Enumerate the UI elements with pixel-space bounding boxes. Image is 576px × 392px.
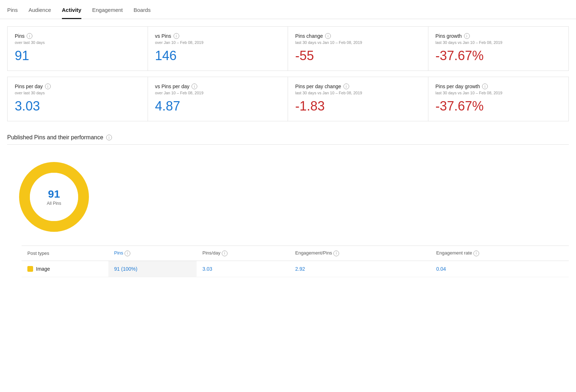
metric-card-pins-per-day-growth: Pins per day growthilast 30 days vs Jan … [428, 77, 569, 121]
metric-subtitle-pins: over last 30 days [15, 40, 140, 45]
metric-subtitle-pins-growth: last 30 days vs Jan 10 – Feb 08, 2019 [436, 40, 562, 45]
metric-value-pins-per-day-growth: -37.67% [436, 99, 562, 114]
metric-subtitle-pins-per-day-change: last 30 days vs Jan 10 – Feb 08, 2019 [295, 91, 421, 95]
table-header-info-pins-day[interactable]: i [222, 251, 228, 256]
metric-value-pins-per-day-change: -1.83 [295, 99, 421, 114]
metric-info-icon-pins-change[interactable]: i [325, 33, 331, 39]
section-title: Published Pins and their performance [7, 134, 103, 141]
cell-pins: 91 (100%) [108, 261, 197, 277]
nav-tab-audience[interactable]: Audience [28, 0, 51, 19]
nav-tab-engagement[interactable]: Engagement [92, 0, 123, 19]
metric-subtitle-vs-pins-per-day: over Jan 10 – Feb 08, 2019 [155, 91, 281, 95]
metric-value-pins-change: -55 [295, 48, 421, 63]
table-header-engagement-rate: Engagement rate i [431, 246, 569, 261]
table-body: Image91 (100%)3.032.920.04 [22, 261, 569, 277]
cell-pins-day: 3.03 [197, 261, 289, 277]
metric-title-pins-per-day-growth: Pins per day growthi [436, 84, 562, 89]
table-header-pins-day: Pins/day i [197, 246, 289, 261]
metric-title-text-vs-pins-per-day: vs Pins per day [155, 84, 190, 89]
chart-area: 91 All Pins [7, 145, 569, 245]
table-wrapper: Post typesPins iPins/day iEngagement/Pin… [7, 245, 569, 277]
donut-center: 91 All Pins [47, 188, 61, 206]
metric-title-text-pins-per-day-change: Pins per day change [295, 84, 341, 89]
metric-info-icon-pins[interactable]: i [27, 33, 32, 39]
metric-title-pins: Pinsi [15, 33, 140, 39]
table-header-info-engagement-rate[interactable]: i [473, 251, 479, 256]
metric-title-text-pins-change: Pins change [295, 33, 323, 39]
metric-title-text-pins-per-day: Pins per day [15, 84, 43, 89]
cell-engagement-pins: 2.92 [289, 261, 431, 277]
metric-value-pins-growth: -37.67% [436, 48, 562, 63]
section-info-icon[interactable]: i [106, 135, 112, 140]
pins-table: Post typesPins iPins/day iEngagement/Pin… [22, 245, 569, 277]
type-color-dot [27, 266, 33, 272]
cell-engagement-rate: 0.04 [431, 261, 569, 277]
metric-title-text-vs-pins: vs Pins [155, 33, 171, 39]
donut-chart: 91 All Pins [14, 157, 94, 236]
metric-title-text-pins: Pins [15, 33, 24, 39]
published-section: Published Pins and their performance i 9… [0, 127, 576, 277]
metric-info-icon-vs-pins[interactable]: i [174, 33, 179, 39]
metric-value-pins: 91 [15, 48, 140, 63]
nav-tabs: PinsAudienceActivityEngagementBoards [0, 0, 576, 19]
metric-title-pins-per-day-change: Pins per day changei [295, 84, 421, 89]
nav-tab-boards[interactable]: Boards [134, 0, 151, 19]
metric-info-icon-vs-pins-per-day[interactable]: i [192, 84, 197, 89]
metric-info-icon-pins-per-day-growth[interactable]: i [482, 84, 488, 89]
metric-subtitle-pins-per-day: over last 30 days [15, 91, 140, 95]
metric-info-icon-pins-per-day-change[interactable]: i [343, 84, 349, 89]
metrics-row2: Pins per dayiover last 30 days3.03vs Pin… [7, 77, 569, 121]
metric-info-icon-pins-per-day[interactable]: i [45, 84, 51, 89]
metric-value-vs-pins-per-day: 4.87 [155, 99, 281, 114]
metric-subtitle-vs-pins: over Jan 10 – Feb 08, 2019 [155, 40, 281, 45]
metric-value-vs-pins: 146 [155, 48, 281, 63]
metric-title-text-pins-per-day-growth: Pins per day growth [436, 84, 480, 89]
metrics-row1: Pinsiover last 30 days91vs Pinsiover Jan… [7, 26, 569, 71]
table-header-post-types: Post types [22, 246, 108, 261]
metric-card-pins-per-day-change: Pins per day changeilast 30 days vs Jan … [288, 77, 428, 121]
metric-card-pins-change: Pins changeilast 30 days vs Jan 10 – Feb… [288, 27, 428, 71]
cell-type: Image [22, 261, 108, 277]
metric-info-icon-pins-growth[interactable]: i [464, 33, 470, 39]
table-row: Image91 (100%)3.032.920.04 [22, 261, 569, 277]
metric-subtitle-pins-per-day-growth: last 30 days vs Jan 10 – Feb 08, 2019 [436, 91, 562, 95]
metric-value-pins-per-day: 3.03 [15, 99, 140, 114]
metric-card-pins-per-day: Pins per dayiover last 30 days3.03 [8, 77, 148, 121]
metric-card-vs-pins: vs Pinsiover Jan 10 – Feb 08, 2019146 [148, 27, 288, 71]
nav-tab-pins[interactable]: Pins [7, 0, 18, 19]
metric-card-pins: Pinsiover last 30 days91 [8, 27, 148, 71]
metric-subtitle-pins-change: last 30 days vs Jan 10 – Feb 08, 2019 [295, 40, 421, 45]
table-head: Post typesPins iPins/day iEngagement/Pin… [22, 246, 569, 261]
section-header: Published Pins and their performance i [7, 134, 569, 145]
metric-title-pins-per-day: Pins per dayi [15, 84, 140, 89]
donut-number: 91 [47, 188, 61, 200]
metric-title-vs-pins: vs Pinsi [155, 33, 281, 39]
nav-tab-activity[interactable]: Activity [62, 0, 81, 19]
table-header-engagement-pins: Engagement/Pins i [289, 246, 431, 261]
type-label: Image [36, 266, 50, 272]
metric-title-vs-pins-per-day: vs Pins per dayi [155, 84, 281, 89]
metric-title-pins-growth: Pins growthi [436, 33, 562, 39]
metric-title-text-pins-growth: Pins growth [436, 33, 462, 39]
donut-label: All Pins [47, 201, 61, 206]
table-header-info-engagement-pins[interactable]: i [333, 251, 339, 256]
metric-title-pins-change: Pins changei [295, 33, 421, 39]
table-header-pins: Pins i [108, 246, 197, 261]
metric-card-vs-pins-per-day: vs Pins per dayiover Jan 10 – Feb 08, 20… [148, 77, 288, 121]
metrics-section: Pinsiover last 30 days91vs Pinsiover Jan… [0, 19, 576, 121]
metric-card-pins-growth: Pins growthilast 30 days vs Jan 10 – Feb… [428, 27, 569, 71]
table-header-info-pins[interactable]: i [125, 251, 130, 256]
